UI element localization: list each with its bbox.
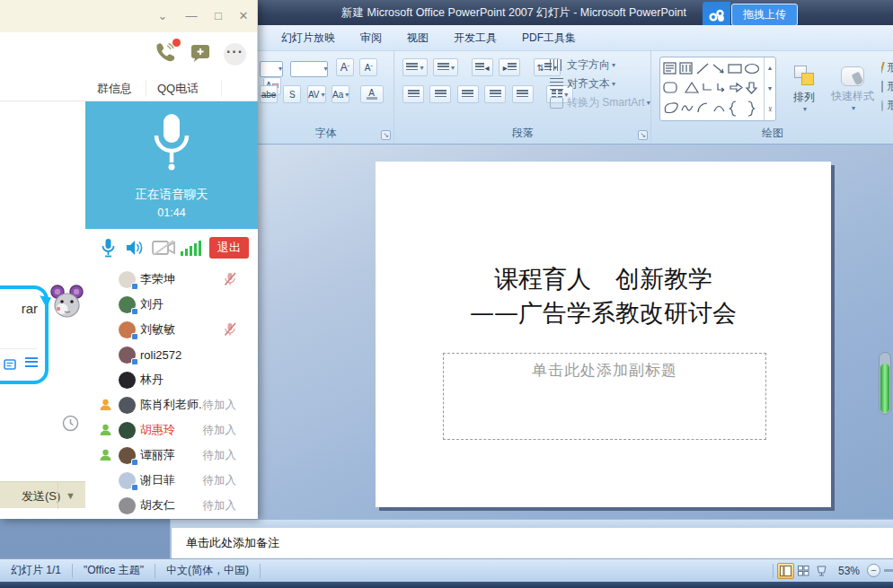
notes-pane[interactable]: 单击此处添加备注: [171, 528, 893, 558]
smartart-button[interactable]: 转换为 SmartArt▾: [550, 93, 650, 112]
ribbon-tab-1[interactable]: 审阅: [348, 31, 394, 46]
member-row[interactable]: 刘丹: [85, 292, 258, 317]
member-avatar[interactable]: [119, 372, 136, 389]
notes-splitter[interactable]: [171, 519, 893, 528]
view-normal-button[interactable]: [777, 563, 794, 579]
bullets-button[interactable]: ▾: [402, 58, 428, 76]
member-row[interactable]: 胡友仁待加入: [85, 493, 258, 518]
member-row[interactable]: 谭丽萍待加入: [85, 443, 258, 468]
chat-add-icon[interactable]: [190, 44, 211, 66]
member-row[interactable]: 李荣坤: [85, 267, 258, 292]
font-dialog-launcher[interactable]: ↘: [381, 130, 391, 140]
collapse-icon[interactable]: ⌄: [154, 7, 172, 25]
speaker-icon[interactable]: [125, 239, 143, 260]
minimize-icon[interactable]: —: [182, 7, 200, 25]
font-name-select[interactable]: ▾: [260, 61, 283, 77]
member-row[interactable]: roli2572: [85, 342, 258, 367]
window-bottom-border: [0, 582, 893, 588]
shrink-font-button[interactable]: Aˇ: [359, 58, 377, 76]
member-avatar[interactable]: [119, 422, 136, 439]
member-avatar[interactable]: [119, 296, 136, 313]
strikethrough-button[interactable]: abe: [260, 85, 278, 103]
justify-button[interactable]: [484, 85, 506, 103]
change-case-button[interactable]: Aa▾: [332, 85, 349, 103]
zoom-slider[interactable]: [884, 569, 893, 572]
exit-call-button[interactable]: 退出: [209, 237, 249, 259]
shape-effects-button[interactable]: 形: [881, 96, 893, 115]
align-left-button[interactable]: [402, 85, 424, 103]
text-shadow-button[interactable]: S: [283, 85, 301, 103]
qq-badge: [131, 484, 138, 491]
zoom-out-button[interactable]: −: [867, 564, 880, 577]
member-avatar[interactable]: [119, 472, 136, 489]
text-direction-button[interactable]: 文字方向▾: [550, 56, 650, 75]
ribbon-tab-3[interactable]: 开发工具: [441, 31, 509, 46]
maximize-icon[interactable]: □: [209, 7, 227, 25]
paragraph-dialog-launcher[interactable]: ↘: [638, 130, 648, 140]
member-avatar[interactable]: [119, 497, 136, 514]
slide-title-line2: ——广告学系教改研讨会: [385, 296, 822, 330]
font-color-button[interactable]: A: [360, 85, 384, 103]
shapes-gallery[interactable]: ▲ ▼ ⊻: [659, 57, 776, 121]
hamburger-icon[interactable]: [25, 357, 38, 367]
member-row[interactable]: 刘敏敏: [85, 317, 258, 342]
slide-canvas[interactable]: 课程育人 创新教学 ——广告学系教改研讨会 单击此处添加副标题: [376, 162, 831, 507]
grow-font-button[interactable]: Aˆ: [336, 58, 354, 76]
file-message-bubble[interactable]: rar: [0, 285, 49, 384]
signal-strength-icon: [181, 240, 202, 259]
member-row[interactable]: 陈肖利老师...待加入: [85, 392, 258, 417]
shapes-scroll-down[interactable]: ▼: [765, 78, 775, 99]
ribbon-tab-2[interactable]: 视图: [394, 31, 441, 46]
ribbon-tab-0[interactable]: 幻灯片放映: [269, 31, 348, 46]
increase-indent-button[interactable]: ▸: [499, 58, 520, 76]
member-avatar[interactable]: [119, 321, 136, 338]
muted-mic-icon: [224, 272, 236, 286]
muted-mic-icon: [224, 322, 236, 337]
char-spacing-button[interactable]: AV▾: [307, 85, 326, 103]
distribute-button[interactable]: [512, 85, 534, 103]
subtitle-placeholder[interactable]: 单击此处添加副标题: [443, 353, 766, 440]
send-options-chevron-icon[interactable]: ▼: [57, 482, 83, 509]
shape-fill-button[interactable]: 形: [881, 58, 893, 77]
member-avatar[interactable]: [119, 447, 136, 464]
shapes-more[interactable]: ⊻: [765, 99, 775, 119]
more-icon[interactable]: ···: [224, 43, 246, 66]
member-row[interactable]: 林丹: [85, 367, 258, 392]
netdisk-upload-button[interactable]: 拖拽上传: [703, 2, 798, 28]
camera-off-icon[interactable]: [152, 240, 175, 259]
align-text-button[interactable]: 对齐文本▾: [550, 75, 650, 93]
volume-fill: [880, 364, 889, 413]
quick-styles-button[interactable]: 快速样式 ▾: [828, 57, 877, 121]
font-size-select[interactable]: ▾: [290, 61, 328, 77]
mouse-avatar[interactable]: [50, 285, 84, 324]
upload-button-label: 拖拽上传: [731, 4, 798, 26]
shape-outline-button[interactable]: 形: [881, 77, 893, 96]
align-right-button[interactable]: [457, 85, 479, 103]
close-icon[interactable]: ✕: [234, 7, 252, 25]
shapes-scroll-up[interactable]: ▲: [765, 57, 775, 78]
preview-icon[interactable]: [4, 357, 16, 373]
member-avatar[interactable]: [119, 271, 136, 288]
member-status: 待加入: [203, 473, 237, 488]
member-status: 待加入: [203, 448, 237, 463]
slide-title[interactable]: 课程育人 创新教学 ——广告学系教改研讨会: [385, 262, 822, 330]
tab-qq-call[interactable]: QQ电话: [157, 81, 199, 97]
member-row[interactable]: 胡惠玲待加入: [85, 417, 258, 443]
member-avatar[interactable]: [119, 347, 136, 364]
drawing-group-label: 绘图: [652, 126, 893, 141]
language-indicator[interactable]: 中文(简体，中国): [155, 563, 260, 578]
send-button[interactable]: 发送(S): [22, 488, 60, 505]
member-name: 谢日菲: [140, 472, 203, 488]
numbering-button[interactable]: ▾: [433, 58, 458, 76]
align-center-button[interactable]: [429, 85, 451, 103]
paragraph-group-label: 段落: [395, 126, 650, 141]
arrange-button[interactable]: 排列 ▾: [783, 57, 825, 121]
mic-toggle-icon[interactable]: [101, 238, 116, 262]
member-avatar[interactable]: [119, 397, 136, 414]
decrease-indent-button[interactable]: ◂: [472, 58, 493, 76]
view-sorter-button[interactable]: [795, 563, 812, 579]
member-row[interactable]: 谢日菲待加入: [85, 468, 258, 493]
tab-group-info[interactable]: 群信息: [97, 81, 132, 97]
view-slideshow-button[interactable]: [813, 563, 830, 579]
ribbon-tab-4[interactable]: PDF工具集: [509, 31, 588, 46]
